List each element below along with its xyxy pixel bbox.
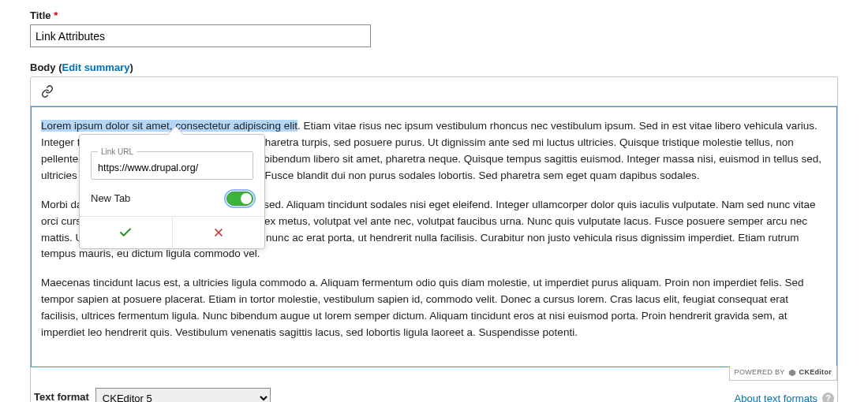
edit-summary-wrap: (Edit summary) — [58, 61, 133, 73]
balloon-actions — [80, 216, 264, 248]
paragraph-3: Maecenas tincidunt lacus est, a ultricie… — [41, 275, 827, 341]
editor-content[interactable]: Lorem ipsum dolor sit amet, consectetur … — [31, 106, 837, 367]
cancel-button[interactable] — [172, 217, 265, 248]
text-format-select[interactable]: CKEditor 5 — [95, 388, 271, 402]
powered-by-prefix: POWERED BY — [735, 367, 785, 378]
editor-toolbar — [31, 77, 837, 106]
edit-summary-link[interactable]: Edit summary — [62, 61, 129, 73]
link-balloon: Link URL New Tab — [79, 134, 265, 249]
svg-marker-2 — [788, 370, 795, 376]
confirm-button[interactable] — [80, 217, 172, 248]
powered-by-brand: CKEditor — [799, 367, 832, 378]
link-url-fieldset: Link URL — [91, 146, 253, 180]
check-icon — [118, 225, 133, 240]
newtab-label: New Tab — [91, 191, 130, 207]
title-input[interactable] — [30, 24, 371, 47]
editor-footer: Text format CKEditor 5 About text format… — [31, 383, 837, 402]
selected-link-text[interactable]: Lorem ipsum dolor sit amet, consectetur … — [41, 120, 297, 132]
help-icon: ? — [822, 393, 834, 402]
link-url-input[interactable] — [92, 158, 253, 179]
body-label: Body — [30, 61, 56, 73]
text-format-label: Text format — [34, 391, 89, 402]
powered-by: POWERED BY CKEditor — [729, 366, 837, 381]
newtab-row: New Tab — [91, 189, 253, 210]
body-label-row: Body (Edit summary) — [30, 61, 838, 73]
link-icon — [41, 85, 54, 98]
about-text-formats-link[interactable]: About text formats ? — [735, 393, 835, 402]
title-field: Title * — [30, 9, 838, 47]
toggle-knob — [241, 193, 252, 204]
link-button[interactable] — [39, 83, 56, 100]
newtab-toggle[interactable] — [226, 192, 253, 206]
close-icon — [212, 226, 225, 239]
title-label-text: Title — [30, 9, 51, 21]
ckeditor-logo-icon — [788, 369, 796, 377]
required-marker: * — [54, 9, 58, 21]
title-label: Title * — [30, 9, 58, 21]
link-url-legend: Link URL — [98, 146, 137, 158]
about-text: About text formats — [735, 393, 818, 402]
editor: Lorem ipsum dolor sit amet, consectetur … — [30, 76, 838, 402]
